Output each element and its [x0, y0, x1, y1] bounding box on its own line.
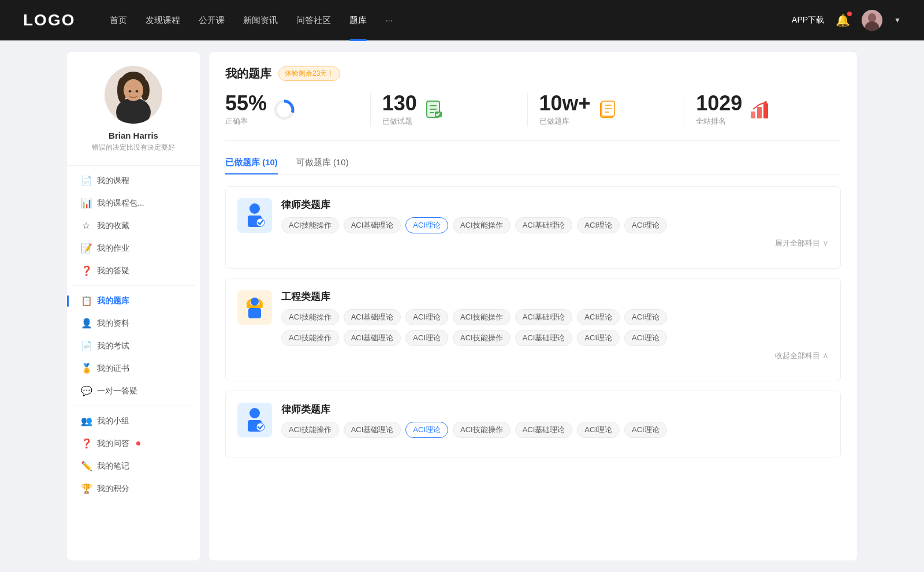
svg-point-32: [765, 101, 767, 103]
tag-3-2[interactable]: ACI基础理论: [344, 422, 401, 438]
main-layout: Brian Harris 错误的决定比没有决定要好 📄 我的课程 📊 我的课程包…: [58, 40, 866, 572]
tag-2-2[interactable]: ACI基础理论: [344, 309, 401, 325]
tag-2-3[interactable]: ACI理论: [405, 309, 448, 325]
sidebar-item-exam[interactable]: 📄 我的考试: [72, 335, 195, 357]
sidebar-item-homework[interactable]: 📝 我的作业: [72, 237, 195, 259]
expand-link-1[interactable]: 展开全部科目 ∨: [281, 238, 829, 248]
tag-3-5[interactable]: ACI基础理论: [515, 422, 573, 438]
tab-done-banks[interactable]: 已做题库 (10): [225, 157, 278, 174]
svg-rect-30: [757, 107, 762, 118]
nav-discover[interactable]: 发现课程: [146, 13, 180, 28]
quiz-section-title-3: 律师类题库: [281, 403, 829, 416]
user-avatar-nav[interactable]: [862, 10, 882, 31]
sidebar-item-label: 我的答疑: [97, 266, 129, 276]
quiz-section-engineer: 工程类题库 ACI技能操作 ACI基础理论 ACI理论 ACI技能操作 ACI基…: [225, 278, 841, 381]
tag-2-4[interactable]: ACI技能操作: [453, 309, 511, 325]
sidebar-item-my-course[interactable]: 📄 我的课程: [72, 169, 195, 192]
notification-badge: [847, 12, 852, 16]
tag-1-7[interactable]: ACI理论: [624, 217, 667, 233]
sidebar-item-label: 我的笔记: [97, 461, 129, 471]
tag-2-13[interactable]: ACI理论: [577, 330, 620, 346]
stat-done-banks-number: 10w+: [539, 93, 591, 114]
package-icon: 📊: [81, 198, 91, 209]
sidebar-item-label: 我的资料: [97, 318, 129, 329]
tag-2-11[interactable]: ACI技能操作: [453, 330, 511, 346]
tab-available-banks[interactable]: 可做题库 (10): [296, 157, 349, 174]
tag-3-4[interactable]: ACI技能操作: [453, 422, 511, 438]
nav-menu: 首页 发现课程 公开课 新闻资讯 问答社区 题库 ···: [110, 13, 769, 28]
sidebar-item-profile[interactable]: 👤 我的资料: [72, 312, 195, 335]
sidebar-item-notes[interactable]: ✏️ 我的笔记: [72, 455, 195, 477]
sidebar-item-label: 我的问答: [97, 439, 129, 449]
rank-icon: [749, 99, 770, 120]
sidebar-item-favorites[interactable]: ☆ 我的收藏: [72, 214, 195, 237]
logo: LOGO: [23, 11, 75, 29]
star-icon: ☆: [81, 220, 91, 231]
tag-2-7[interactable]: ACI理论: [624, 309, 667, 325]
stat-done-banks: 10w+ 已做题库: [528, 93, 685, 127]
svg-rect-29: [751, 112, 755, 118]
tag-3-1[interactable]: ACI技能操作: [281, 422, 339, 438]
tag-1-3[interactable]: ACI理论: [405, 217, 448, 233]
tag-2-8[interactable]: ACI技能操作: [281, 330, 339, 346]
sidebar-item-my-qa[interactable]: ❓ 我的问答: [72, 432, 195, 455]
accuracy-icon: [274, 99, 295, 120]
tags-row-3: ACI技能操作 ACI基础理论 ACI理论 ACI技能操作 ACI基础理论 AC…: [281, 422, 829, 438]
notification-bell[interactable]: 🔔: [836, 13, 850, 27]
tags-row-1: ACI技能操作 ACI基础理论 ACI理论 ACI技能操作 ACI基础理论 AC…: [281, 217, 829, 233]
tag-2-14[interactable]: ACI理论: [624, 330, 667, 346]
sidebar-item-qa[interactable]: ❓ 我的答疑: [72, 259, 195, 282]
page-title-row: 我的题库 体验剩余23天！: [225, 66, 841, 81]
tag-3-6[interactable]: ACI理论: [577, 422, 620, 438]
sidebar-item-course-package[interactable]: 📊 我的课程包...: [72, 192, 195, 214]
tag-2-9[interactable]: ACI基础理论: [344, 330, 401, 346]
sidebar-item-quiz-bank[interactable]: 📋 我的题库: [72, 289, 195, 312]
user-avatar: [105, 66, 162, 124]
svg-point-33: [249, 203, 260, 214]
tag-1-6[interactable]: ACI理论: [577, 217, 620, 233]
tabs-row: 已做题库 (10) 可做题库 (10): [225, 157, 841, 174]
tag-2-10[interactable]: ACI理论: [405, 330, 448, 346]
stat-accuracy: 55% 正确率: [225, 93, 371, 127]
tag-2-6[interactable]: ACI理论: [577, 309, 620, 325]
collapse-link-2[interactable]: 收起全部科目 ∧: [281, 351, 829, 361]
stat-done-banks-label: 已做题库: [539, 116, 591, 127]
tag-2-12[interactable]: ACI基础理论: [515, 330, 573, 346]
main-content: 我的题库 体验剩余23天！ 55% 正确率: [209, 52, 857, 560]
profile-icon: 👤: [81, 318, 91, 329]
homework-icon: 📝: [81, 243, 91, 254]
stat-accuracy-label: 正确率: [225, 116, 267, 127]
tag-1-4[interactable]: ACI技能操作: [453, 217, 511, 233]
sidebar-item-label: 我的考试: [97, 341, 129, 351]
myqa-icon: ❓: [81, 438, 91, 449]
nav-quiz[interactable]: 题库: [349, 13, 367, 28]
stat-done-questions: 130 已做试题: [371, 93, 528, 127]
page-title: 我的题库: [225, 66, 271, 81]
exam-icon: 📄: [81, 340, 91, 351]
tag-2-1[interactable]: ACI技能操作: [281, 309, 339, 325]
sidebar-item-certificate[interactable]: 🏅 我的证书: [72, 357, 195, 380]
sidebar-item-label: 我的题库: [97, 296, 129, 306]
nav-qa[interactable]: 问答社区: [296, 13, 331, 28]
tag-1-1[interactable]: ACI技能操作: [281, 217, 339, 233]
app-download-button[interactable]: APP下载: [792, 15, 824, 25]
nav-home[interactable]: 首页: [110, 13, 127, 28]
qa-icon: ❓: [81, 265, 91, 276]
nav-news[interactable]: 新闻资讯: [243, 13, 278, 28]
sidebar-item-group[interactable]: 👥 我的小组: [72, 410, 195, 432]
tag-3-7[interactable]: ACI理论: [624, 422, 667, 438]
svg-point-1: [868, 13, 876, 23]
tag-1-2[interactable]: ACI基础理论: [344, 217, 401, 233]
sidebar-item-points[interactable]: 🏆 我的积分: [72, 477, 195, 500]
quiz-section-header-2: 工程类题库 ACI技能操作 ACI基础理论 ACI理论 ACI技能操作 ACI基…: [237, 290, 829, 361]
tag-2-5[interactable]: ACI基础理论: [515, 309, 573, 325]
sidebar-item-1on1[interactable]: 💬 一对一答疑: [72, 380, 195, 402]
nav-more[interactable]: ···: [385, 13, 393, 28]
quiz-section-header-1: 律师类题库 ACI技能操作 ACI基础理论 ACI理论 ACI技能操作 ACI基…: [237, 198, 829, 248]
tag-3-3[interactable]: ACI理论: [405, 422, 448, 438]
user-dropdown-arrow[interactable]: ▼: [894, 16, 901, 24]
quiz-section-title-1: 律师类题库: [281, 198, 829, 211]
tag-1-5[interactable]: ACI基础理论: [515, 217, 573, 233]
nav-open[interactable]: 公开课: [199, 13, 225, 28]
done-questions-icon: [424, 99, 445, 120]
